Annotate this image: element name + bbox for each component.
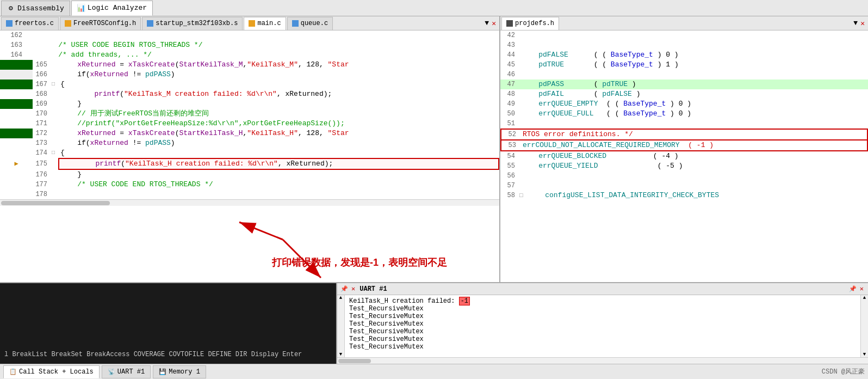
status-tabs: 📋 Call Stack + Locals 📡 UART #1 💾 Memory… <box>3 365 822 378</box>
file-tab-startup[interactable]: startup_stm32f103xb.s <box>142 17 243 30</box>
file-tab-main[interactable]: main.c <box>244 17 286 30</box>
uart-line-3: Test_RecursiveMutex <box>349 313 856 320</box>
freertos-icon <box>6 20 13 27</box>
linenum-174: 174 <box>33 148 52 158</box>
uart-close-left[interactable]: ✕ <box>351 285 355 293</box>
file-tab-projdefs[interactable]: projdefs.h <box>501 17 559 30</box>
linenum-170: 170 <box>33 109 52 119</box>
linenum-173: 173 <box>33 138 52 148</box>
code-58: configUSE_LIST_DATA_INTEGRITY_CHECK_BYTE… <box>526 191 868 200</box>
code-172: xReturned = xTaskCreate(StartKeilTask_H,… <box>58 129 499 138</box>
right-panel-close[interactable]: ✕ <box>860 19 865 28</box>
left-panel-close[interactable]: ✕ <box>492 19 496 28</box>
gutter-174 <box>0 148 33 158</box>
linenum-164: 164 <box>8 50 27 60</box>
tab-disassembly[interactable]: ⚙ Disassembly <box>1 1 70 16</box>
table-row: 53 errCOULD_NOT_ALLOCATE_REQUIRED_MEMORY… <box>500 140 868 151</box>
status-tab-memory[interactable]: 💾 Memory 1 <box>153 365 206 378</box>
table-row: 44 pdFALSE ( ( BaseType_t ) 0 ) <box>500 50 868 60</box>
main-icon <box>249 20 255 27</box>
linenum-47: 47 <box>500 80 519 89</box>
linenum-175: 175 <box>33 159 52 169</box>
expand-167: □ <box>52 80 58 89</box>
uart-line-5: Test_RecursiveMutex <box>349 328 856 335</box>
uart-close-right[interactable]: ✕ <box>860 285 864 293</box>
left-hscrollbar[interactable] <box>0 199 499 206</box>
table-row: 48 pdFAIL ( pdFALSE ) <box>500 89 868 99</box>
left-hscrollbar-thumb[interactable] <box>1 201 110 205</box>
top-tab-bar: ⚙ Disassembly 📊 Logic Analyzer <box>0 0 868 16</box>
code-177: /* USER CODE END RTOS_THREADS */ <box>58 180 499 190</box>
linenum-166: 166 <box>33 70 52 80</box>
uart-line-7: Test_RecursiveMutex <box>349 343 856 351</box>
table-row: 50 errQUEUE_FULL ( ( BaseType_t ) 0 ) <box>500 109 868 119</box>
uart-pin-icon: 📌 <box>340 285 348 292</box>
linenum-176: 176 <box>33 170 52 180</box>
left-code-panel: freertos.c FreeRTOSConfig.h startup_stm3… <box>0 16 500 282</box>
code-53: errCOULD_NOT_ALLOCATE_REQUIRED_MEMORY ( … <box>520 140 867 150</box>
right-code-area[interactable]: 42 43 44 pdFALSE ( ( BaseType_t ) 0 ) 45 <box>500 30 868 282</box>
uart-right-scrollbar[interactable]: ▲ ▼ <box>860 295 868 357</box>
linenum-163: 163 <box>8 40 27 50</box>
table-row: 170 // 用于测试FreeRTOS当前还剩的堆空间 <box>0 109 499 119</box>
left-tabs-end: ▼ ✕ <box>485 19 498 28</box>
code-166: if(xReturned != pdPASS) <box>58 70 499 80</box>
status-tab-callstack[interactable]: 📋 Call Stack + Locals <box>3 365 100 378</box>
linenum-167: 167 <box>33 80 52 89</box>
code-176: } <box>58 170 499 180</box>
left-code-area[interactable]: 162 163 /* USER CODE BEGIN RTOS_THREADS … <box>0 30 499 282</box>
linenum-43: 43 <box>500 40 519 50</box>
callstack-icon: 📋 <box>9 368 17 375</box>
uart-right-scroll-up[interactable]: ▲ <box>863 295 866 301</box>
uart-line-4-text: Test_RecursiveMutex <box>349 320 424 328</box>
tab-logic-analyzer[interactable]: 📊 Logic Analyzer <box>71 1 153 16</box>
table-row: 176 } <box>0 170 499 180</box>
code-175: printf("KeilTask_H creation failed: %d\r… <box>58 158 499 170</box>
table-row: 174 □ { <box>0 148 499 158</box>
table-row: 163 /* USER CODE BEGIN RTOS_THREADS */ <box>0 40 499 50</box>
right-tab-dropdown[interactable]: ▼ <box>853 19 858 27</box>
gutter-173 <box>0 138 33 148</box>
linenum-169: 169 <box>33 99 52 109</box>
uart-vscrollbar[interactable]: ▲ ▼ <box>337 295 345 357</box>
startup-icon <box>147 20 153 27</box>
linenum-56: 56 <box>500 171 519 181</box>
table-row: 162 <box>0 30 499 40</box>
file-tab-freertos[interactable]: freertos.c <box>1 17 59 30</box>
table-row: ▶ 175 printf("KeilTask_H creation failed… <box>0 158 499 170</box>
right-tabs-end: ▼ ✕ <box>853 19 867 28</box>
status-right-text: CSDN @风正豪 <box>822 367 865 376</box>
code-54: errQUEUE_BLOCKED ( -4 ) <box>519 151 868 161</box>
gutter-178 <box>0 190 33 199</box>
scroll-down-btn[interactable]: ▼ <box>337 352 344 357</box>
file-tab-queue[interactable]: queue.c <box>287 17 333 30</box>
linenum-171: 171 <box>33 119 52 129</box>
uart-right-scroll-down[interactable]: ▼ <box>863 352 866 357</box>
uart-title: UART #1 <box>359 285 387 293</box>
uart-hscrollbar[interactable] <box>337 357 868 364</box>
linenum-46: 46 <box>500 70 519 80</box>
linenum-172: 172 <box>33 129 52 138</box>
left-code-content: 162 163 /* USER CODE BEGIN RTOS_THREADS … <box>0 30 499 199</box>
file-tab-freertosconfig[interactable]: FreeRTOSConfig.h <box>60 17 141 30</box>
uart-header: 📌 ✕ UART #1 📌 ✕ <box>337 283 868 295</box>
left-tab-dropdown[interactable]: ▼ <box>485 19 489 27</box>
scroll-up-btn[interactable]: ▲ <box>337 295 344 301</box>
code-163: /* USER CODE BEGIN RTOS_THREADS */ <box>39 40 499 50</box>
gutter-172 <box>0 129 33 138</box>
gutter-168 <box>0 89 33 99</box>
gutter-165 <box>0 60 33 70</box>
uart-panel: 📌 ✕ UART #1 📌 ✕ ▲ ▼ KeilTask_H creation … <box>337 283 868 364</box>
queue-icon <box>292 20 299 27</box>
table-row: 164 /* add threads, ... */ <box>0 50 499 60</box>
table-row: 173 if(xReturned != pdPASS) <box>0 138 499 148</box>
status-tab-uart[interactable]: 📡 UART #1 <box>102 365 151 378</box>
code-173: if(xReturned != pdPASS) <box>58 138 499 148</box>
code-45: pdTRUE ( ( BaseType_t ) 1 ) <box>519 60 868 70</box>
linenum-53: 53 <box>501 140 520 150</box>
table-row: 46 <box>500 70 868 80</box>
right-code-content: 42 43 44 pdFALSE ( ( BaseType_t ) 0 ) 45 <box>500 30 868 200</box>
linenum-178: 178 <box>33 190 52 199</box>
uart-hscrollbar-thumb[interactable] <box>338 359 371 363</box>
table-row: 49 errQUEUE_EMPTY ( ( BaseType_t ) 0 ) <box>500 99 868 109</box>
